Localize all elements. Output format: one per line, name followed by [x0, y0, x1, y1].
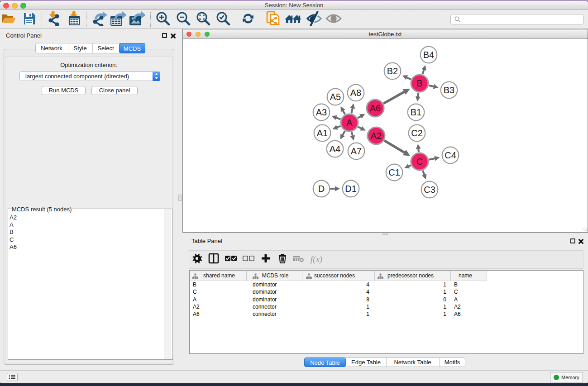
svg-text:D1: D1	[345, 184, 357, 194]
svg-text:A3: A3	[316, 107, 327, 117]
svg-text:C2: C2	[411, 128, 423, 138]
svg-text:C4: C4	[445, 150, 456, 160]
svg-text:B: B	[416, 78, 422, 88]
svg-text:A5: A5	[330, 92, 341, 102]
svg-text:B4: B4	[423, 50, 434, 60]
svg-text:B2: B2	[387, 66, 398, 76]
svg-text:C3: C3	[424, 185, 435, 195]
svg-text:A6: A6	[370, 103, 381, 113]
svg-text:A8: A8	[350, 88, 361, 98]
svg-text:A1: A1	[317, 128, 328, 138]
svg-text:D: D	[318, 184, 325, 194]
svg-text:B1: B1	[411, 107, 421, 117]
svg-text:A: A	[346, 118, 353, 128]
svg-text:C: C	[416, 157, 423, 167]
svg-text:B3: B3	[444, 85, 454, 95]
svg-text:A4: A4	[330, 144, 340, 154]
svg-text:C1: C1	[388, 167, 400, 177]
svg-text:A7: A7	[351, 146, 362, 156]
svg-text:A2: A2	[371, 131, 382, 141]
